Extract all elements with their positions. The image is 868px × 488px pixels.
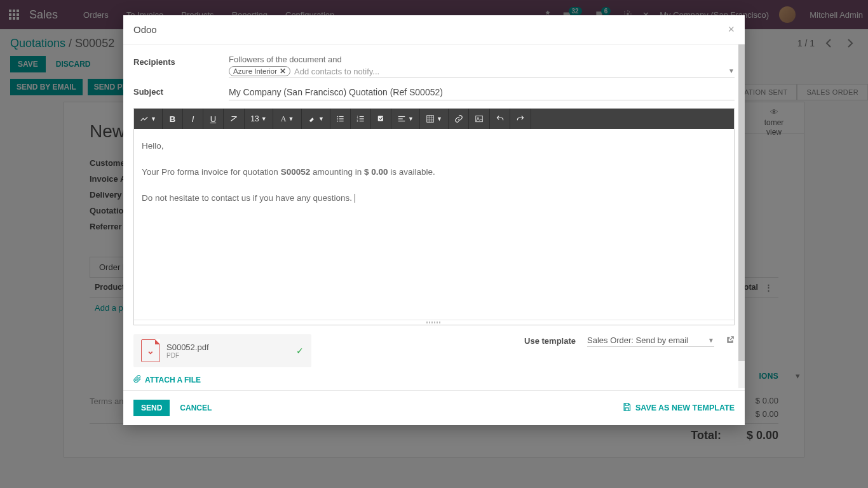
recipients-caret-icon[interactable]: ▼ <box>728 67 735 74</box>
svg-point-10 <box>337 116 338 118</box>
editor-underline-icon[interactable]: U <box>203 109 224 129</box>
cancel-button[interactable]: CANCEL <box>175 400 217 416</box>
template-label: Use template <box>524 336 576 346</box>
svg-rect-22 <box>377 116 383 121</box>
editor-ul-icon[interactable] <box>330 109 351 129</box>
svg-point-12 <box>337 118 338 119</box>
svg-rect-31 <box>476 116 483 121</box>
editor-style-dropdown[interactable]: ▼ <box>134 109 162 129</box>
editor-toolbar: ▼ B I U 13▼ A▼ <box>134 109 734 129</box>
attach-file-link[interactable]: ATTACH A FILE <box>133 375 311 385</box>
svg-rect-11 <box>339 116 343 117</box>
svg-rect-17 <box>359 116 363 117</box>
compose-email-modal: Odoo × Recipients Followers of the docum… <box>123 15 745 425</box>
attachment-template-row: ⌄ S00052.pdf PDF ✓ ATTACH A FILE Use tem… <box>133 334 735 385</box>
editor-table-dropdown[interactable]: ▼ <box>420 109 448 129</box>
recipients-input[interactable]: Azure Interior ✕ ▼ <box>229 66 735 78</box>
modal-scrollbar[interactable] <box>738 44 745 388</box>
editor-checklist-icon[interactable] <box>371 109 391 129</box>
editor-align-dropdown[interactable]: ▼ <box>391 109 419 129</box>
save-icon <box>622 402 632 414</box>
svg-rect-21 <box>359 121 363 121</box>
label-subject: Subject <box>133 85 229 100</box>
paperclip-icon <box>133 375 142 385</box>
recipient-tag-remove-icon[interactable]: ✕ <box>280 67 286 76</box>
body-p3: Do not hesitate to contact us if you hav… <box>142 191 726 206</box>
svg-rect-19 <box>359 118 363 119</box>
svg-rect-13 <box>339 118 343 119</box>
editor-undo-icon[interactable] <box>490 109 510 129</box>
editor-italic-icon[interactable]: I <box>183 109 203 129</box>
editor-image-icon[interactable] <box>469 109 489 129</box>
editor-redo-icon[interactable] <box>510 109 531 129</box>
svg-rect-25 <box>398 121 405 121</box>
template-caret-icon[interactable]: ▼ <box>708 337 714 344</box>
attachment-type: PDF <box>166 352 209 359</box>
modal-footer: SEND CANCEL SAVE AS NEW TEMPLATE <box>123 390 745 425</box>
modal-body: Recipients Followers of the document and… <box>123 44 745 390</box>
svg-point-14 <box>337 121 338 122</box>
recipients-add-input[interactable] <box>294 67 735 76</box>
editor-bold-icon[interactable]: B <box>163 109 183 129</box>
modal-header: Odoo × <box>123 15 745 44</box>
attachment-card[interactable]: ⌄ S00052.pdf PDF ✓ <box>133 334 311 367</box>
template-select[interactable]: Sales Order: Send by email ▼ <box>587 334 714 347</box>
editor-remove-format-icon[interactable] <box>224 109 244 129</box>
body-p2: Your Pro forma invoice for quotation S00… <box>142 165 726 180</box>
pdf-icon: ⌄ <box>141 339 160 362</box>
svg-rect-24 <box>398 118 403 119</box>
template-area: Use template Sales Order: Send by email … <box>330 334 735 347</box>
svg-rect-23 <box>398 116 405 117</box>
editor-content[interactable]: Hello, Your Pro forma invoice for quotat… <box>134 129 734 320</box>
editor-bgcolor-dropdown[interactable]: ▼ <box>302 109 330 129</box>
save-as-template-link[interactable]: SAVE AS NEW TEMPLATE <box>622 402 735 414</box>
modal-title: Odoo <box>133 24 157 35</box>
close-icon[interactable]: × <box>728 23 735 36</box>
template-value: Sales Order: Send by email <box>587 336 688 345</box>
body-p1: Hello, <box>142 139 726 154</box>
subject-input[interactable] <box>229 85 735 100</box>
editor-fontsize-dropdown[interactable]: 13▼ <box>245 109 273 129</box>
svg-text:3: 3 <box>356 120 358 123</box>
recipient-tag[interactable]: Azure Interior ✕ <box>229 66 290 76</box>
attachment-name: S00052.pdf <box>166 342 209 352</box>
followers-text: Followers of the document and <box>229 55 735 64</box>
send-button[interactable]: SEND <box>133 400 170 416</box>
svg-rect-15 <box>339 121 343 121</box>
email-editor: ▼ B I U 13▼ A▼ <box>133 108 735 325</box>
editor-resize-handle[interactable] <box>134 320 734 325</box>
editor-fontcolor-dropdown[interactable]: A▼ <box>273 109 301 129</box>
svg-rect-26 <box>427 116 434 123</box>
template-external-link-icon[interactable] <box>726 336 735 346</box>
recipient-tag-label: Azure Interior <box>233 67 277 75</box>
editor-link-icon[interactable] <box>449 109 469 129</box>
attachment-check-icon: ✓ <box>296 346 304 356</box>
editor-ol-icon[interactable]: 123 <box>351 109 371 129</box>
label-recipients: Recipients <box>133 55 229 78</box>
